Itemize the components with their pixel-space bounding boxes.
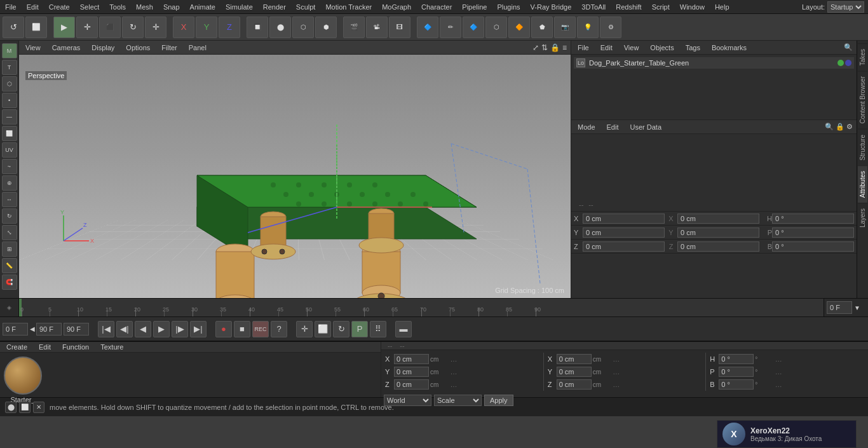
to-start-button[interactable]: |◀: [98, 321, 114, 337]
autokey-button[interactable]: REC: [252, 321, 269, 337]
y-axis[interactable]: Y: [196, 17, 217, 38]
viewport-canvas[interactable]: X Y Z: [19, 55, 571, 298]
mat-create[interactable]: Create: [4, 342, 30, 352]
menu-window[interactable]: Window: [675, 2, 710, 12]
snap-anim-btn1[interactable]: ✛: [296, 321, 313, 337]
vp-menu-view[interactable]: View: [23, 43, 43, 53]
next-frame-button[interactable]: |▶: [172, 321, 188, 337]
undo-button[interactable]: ↺: [3, 17, 24, 38]
menu-script[interactable]: Script: [647, 2, 675, 12]
vp-menu-cameras[interactable]: Cameras: [50, 43, 83, 53]
menu-mesh[interactable]: Mesh: [131, 2, 158, 12]
mat-function[interactable]: Function: [60, 342, 92, 352]
record-button[interactable]: ●: [215, 321, 232, 337]
y-pos2-input[interactable]: [677, 227, 759, 238]
rotate-tool[interactable]: ↻: [122, 17, 144, 38]
cube-tool[interactable]: 🔷: [417, 17, 438, 38]
tab-takes[interactable]: Takes: [858, 43, 867, 71]
poly-mode[interactable]: ⬢: [315, 17, 337, 38]
menu-help[interactable]: Help: [710, 2, 735, 12]
menu-animate[interactable]: Animate: [185, 2, 220, 12]
render-btn2[interactable]: 📽: [366, 17, 388, 38]
tool-move2[interactable]: ↔: [2, 192, 17, 207]
play-button[interactable]: ▶: [153, 321, 170, 337]
tool-measure[interactable]: 📏: [2, 258, 17, 273]
menu-render[interactable]: Render: [258, 2, 291, 12]
z-axis[interactable]: Z: [219, 17, 240, 38]
transform-tool[interactable]: ✛: [145, 17, 166, 38]
menu-select[interactable]: Select: [75, 2, 105, 12]
menu-redshift[interactable]: Redshift: [611, 2, 646, 12]
menu-simulate[interactable]: Simulate: [220, 2, 258, 12]
attr-mode[interactable]: Mode: [575, 122, 598, 132]
b-rot-input[interactable]: [719, 379, 754, 390]
y-pos-input[interactable]: [583, 227, 665, 238]
rp-bookmarks[interactable]: Bookmarks: [709, 43, 749, 53]
timeline[interactable]: ◈ 0 5 10 15 20 25 30 35 40 45 50: [0, 298, 868, 317]
h-input[interactable]: [772, 214, 854, 224]
menu-create[interactable]: Create: [44, 2, 75, 12]
p-rot-input[interactable]: [719, 367, 754, 377]
search-icon[interactable]: 🔍: [844, 43, 853, 51]
attr-userdata[interactable]: User Data: [628, 122, 665, 132]
vp-icon-more[interactable]: ≡: [562, 43, 567, 52]
pen-tool[interactable]: ✏: [440, 17, 461, 38]
tool-edge[interactable]: —: [2, 109, 17, 125]
tool-poly[interactable]: ⬜: [2, 126, 17, 141]
tool-rotate2[interactable]: ↻: [2, 208, 17, 224]
render-view[interactable]: 🎬: [343, 17, 365, 38]
to-end-button[interactable]: ▶|: [190, 321, 207, 337]
select-tool[interactable]: ▶: [53, 17, 75, 38]
play-reverse-button[interactable]: ◀: [135, 321, 151, 337]
tool-snap[interactable]: ⊞: [2, 241, 17, 257]
z-pos2-input[interactable]: [677, 241, 759, 252]
stop-button[interactable]: ■: [234, 321, 250, 337]
viewport[interactable]: View Cameras Display Options Filter Pane…: [19, 41, 571, 298]
b-input[interactable]: [772, 241, 854, 252]
object-item[interactable]: Lo Dog_Park_Starter_Table_Green: [574, 57, 854, 69]
vp-menu-options[interactable]: Options: [123, 43, 153, 53]
layout-dropdown[interactable]: Startup: [827, 1, 864, 13]
render-settings[interactable]: ⚙: [600, 17, 621, 38]
rp-tags[interactable]: Tags: [683, 43, 703, 53]
light-tool[interactable]: 💡: [577, 17, 599, 38]
attr-edit[interactable]: Edit: [604, 122, 621, 132]
status-icon-obj[interactable]: ⬜: [19, 402, 31, 413]
snap-anim-btn4[interactable]: P: [351, 321, 368, 337]
rp-objects[interactable]: Objects: [648, 43, 676, 53]
tool-vertex[interactable]: •: [2, 93, 17, 108]
material-ball[interactable]: [4, 356, 42, 395]
menu-plugins[interactable]: Plugins: [492, 2, 525, 12]
x-coord-input[interactable]: [394, 354, 429, 364]
menu-character[interactable]: Character: [416, 2, 457, 12]
tool-magnet[interactable]: 🧲: [2, 275, 17, 290]
x-size-input[interactable]: [557, 354, 592, 364]
tool-select2[interactable]: ⊕: [2, 175, 17, 191]
x-axis[interactable]: X: [173, 17, 194, 38]
snap-anim-btn3[interactable]: ↻: [333, 321, 349, 337]
object-mode[interactable]: 🔲: [247, 17, 268, 38]
menu-tools[interactable]: Tools: [104, 2, 131, 12]
snap-anim-btn5[interactable]: ⠿: [370, 321, 386, 337]
render-btn3[interactable]: 🎞: [389, 17, 410, 38]
rp-file[interactable]: File: [575, 43, 592, 53]
mat-tool[interactable]: 🔶: [508, 17, 530, 38]
x-pos2-input[interactable]: [677, 214, 759, 224]
attr-search-icon[interactable]: 🔍: [825, 123, 834, 131]
menu-snap[interactable]: Snap: [158, 2, 185, 12]
prev-frame-button[interactable]: ◀|: [116, 321, 133, 337]
menu-motion-tracker[interactable]: Motion Tracker: [320, 2, 377, 12]
y-coord-input[interactable]: [394, 367, 429, 377]
deform-tool[interactable]: 🔷: [463, 17, 484, 38]
tool-model[interactable]: M: [2, 43, 17, 58]
mograph-tool[interactable]: ⬟: [531, 17, 553, 38]
menu-pipeline[interactable]: Pipeline: [457, 2, 492, 12]
vp-icon-arrows[interactable]: ⇅: [541, 43, 548, 52]
mat-edit[interactable]: Edit: [36, 342, 53, 352]
tool-uv[interactable]: UV: [2, 142, 17, 158]
move-tool[interactable]: ✛: [76, 17, 98, 38]
p-input[interactable]: [772, 227, 854, 238]
vp-icon-lock[interactable]: 🔒: [550, 43, 560, 52]
tool-texture[interactable]: T: [2, 60, 17, 75]
y-size-input[interactable]: [557, 367, 592, 377]
